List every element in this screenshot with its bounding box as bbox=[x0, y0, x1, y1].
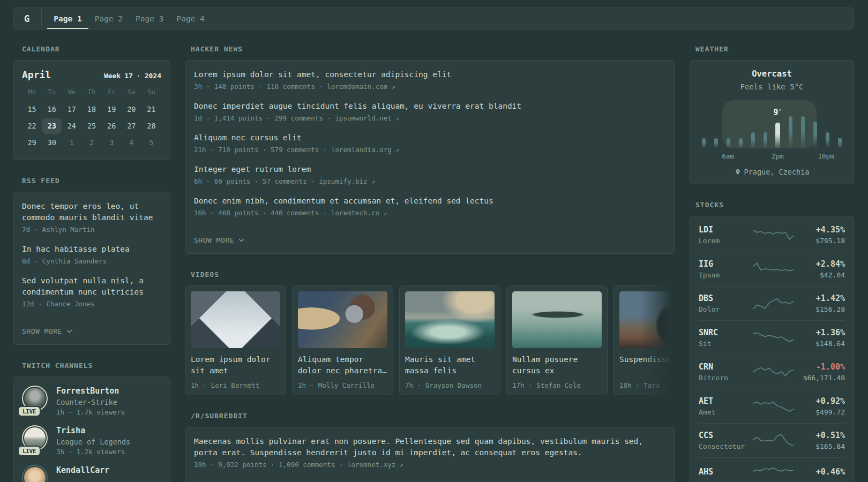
reddit-post-title[interactable]: Maecenas mollis pulvinar erat non posuer… bbox=[194, 436, 666, 458]
calendar-year: 2024 bbox=[145, 72, 161, 80]
video-card[interactable]: Aliquam tempor dolor nec pharetra… 1h · … bbox=[292, 285, 393, 395]
calendar-day-next-month: 1 bbox=[62, 134, 81, 151]
stock-row[interactable]: CRN Bitcorn -1.00% $66,171.48 bbox=[699, 355, 845, 389]
hn-item-title[interactable]: Lorem ipsum dolor sit amet, consectetur … bbox=[194, 69, 666, 80]
video-card[interactable]: Nullam posuere cursus ex 17h · Stefan Co… bbox=[506, 285, 608, 395]
video-title[interactable]: Mauris sit amet massa felis bbox=[405, 354, 495, 376]
chevron-down-icon bbox=[238, 238, 245, 243]
hn-domain-link[interactable]: ipsumify.biz ↗ bbox=[319, 177, 375, 185]
stock-sparkline bbox=[753, 398, 794, 415]
hn-item-title[interactable]: Integer eget rutrum lorem bbox=[194, 164, 666, 175]
video-card[interactable]: Mauris sit amet massa felis 7h · Grayson… bbox=[399, 285, 500, 395]
video-thumbnail bbox=[619, 291, 675, 348]
tab-page-3[interactable]: Page 3 bbox=[129, 8, 170, 29]
hn-item-title[interactable]: Donec enim nibh, condimentum et accumsan… bbox=[194, 195, 666, 207]
external-link-icon: ↗ bbox=[395, 115, 399, 122]
stock-name: Dolor bbox=[699, 305, 753, 313]
stocks-card: LDI Lorem +4.35% $795.18 IIG Ipsum bbox=[690, 216, 854, 482]
twitch-channel-name[interactable]: ForrestBurton bbox=[56, 386, 125, 396]
hn-item: Aliquam nec cursus elit 21h · 710 points… bbox=[194, 132, 666, 154]
twitch-viewers: 3h · 1.2k viewers bbox=[56, 448, 130, 456]
weather-bar bbox=[826, 132, 829, 148]
stock-name: Sit bbox=[699, 340, 753, 348]
stock-row[interactable]: DBS Dolor +1.42% $156.28 bbox=[699, 286, 845, 320]
video-thumbnail bbox=[512, 291, 602, 348]
twitch-channel-row[interactable]: LIVE Trisha League of Legends 3h · 1.2k … bbox=[22, 425, 161, 456]
stock-ticker: AET bbox=[699, 396, 753, 406]
stock-row[interactable]: AHS +0.46% bbox=[699, 457, 845, 482]
hn-item: Lorem ipsum dolor sit amet, consectetur … bbox=[194, 69, 666, 91]
weather-bar bbox=[727, 138, 730, 148]
stock-id: SNRC Sit bbox=[699, 328, 753, 348]
calendar-card: April Week 17 · 2024 Mo Tu We Th Fr bbox=[13, 60, 170, 160]
hour-axis-labels: 6am 2pm 10pm bbox=[699, 152, 845, 161]
temperature-bar-chart: 9° bbox=[699, 100, 845, 148]
hn-domain-link[interactable]: ipsumworld.net ↗ bbox=[335, 114, 399, 122]
video-title[interactable]: Lorem ipsum dolor sit amet consectetu… bbox=[191, 354, 280, 376]
stock-row[interactable]: SNRC Sit +1.36% $148.64 bbox=[699, 320, 845, 355]
external-link-icon: ↗ bbox=[392, 84, 395, 91]
weather-bar bbox=[801, 116, 805, 148]
twitch-channel-name[interactable]: KendallCarr bbox=[56, 465, 109, 476]
stock-price: $499.72 bbox=[794, 408, 845, 416]
tab-page-2[interactable]: Page 2 bbox=[88, 8, 129, 29]
hn-item-meta: 3h · 148 points · 116 comments · loremdo… bbox=[194, 82, 666, 91]
tab-page-1[interactable]: Page 1 bbox=[47, 8, 88, 29]
hn-domain-link[interactable]: loremtech.co ↗ bbox=[331, 209, 387, 217]
stock-row[interactable]: IIG Ipsum +2.84% $42.04 bbox=[699, 252, 845, 286]
calendar-day: 18 bbox=[81, 101, 101, 118]
videos-track: Lorem ipsum dolor sit amet consectetu… 1… bbox=[185, 285, 675, 395]
hn-item-meta: 6h · 60 points · 57 comments · ipsumify.… bbox=[194, 177, 666, 185]
weather-header: WEATHER bbox=[690, 45, 854, 53]
hn-domain-link[interactable]: loremlandia.org ↗ bbox=[331, 146, 399, 154]
video-title[interactable]: Suspendisse diam bbox=[619, 354, 675, 376]
stock-row[interactable]: CCS Consectetur +0.51% $165.84 bbox=[699, 423, 845, 457]
twitch-channel-row[interactable]: LIVE ForrestBurton Counter-Strike 1h · 1… bbox=[22, 386, 161, 416]
stock-ticker: DBS bbox=[699, 293, 753, 304]
calendar-day: 15 bbox=[22, 101, 42, 118]
show-more-label: SHOW MORE bbox=[22, 327, 62, 335]
location-pin-icon bbox=[735, 168, 741, 176]
stock-price: $165.84 bbox=[794, 442, 845, 450]
rss-item-title[interactable]: In hac habitasse platea bbox=[22, 244, 161, 255]
video-title[interactable]: Aliquam tempor dolor nec pharetra… bbox=[298, 354, 387, 376]
video-thumbnail bbox=[405, 291, 495, 348]
rss-show-more-button[interactable]: SHOW MORE bbox=[22, 327, 73, 335]
avatar bbox=[24, 427, 46, 449]
hn-item-title[interactable]: Donec imperdiet augue tincidunt felis al… bbox=[194, 101, 666, 112]
video-title[interactable]: Nullam posuere cursus ex bbox=[512, 354, 602, 376]
hn-domain-link[interactable]: loremdomain.com ↗ bbox=[327, 82, 395, 91]
subreddit-card: Maecenas mollis pulvinar erat non posuer… bbox=[185, 427, 675, 482]
calendar-day: 17 bbox=[62, 101, 81, 118]
hn-item-title[interactable]: Aliquam nec cursus elit bbox=[194, 132, 666, 144]
day-name: Th bbox=[81, 88, 101, 101]
weather-condition: Overcast bbox=[699, 69, 845, 79]
twitch-channel-name[interactable]: Trisha bbox=[56, 425, 130, 436]
top-nav: G Page 1 Page 2 Page 3 Page 4 bbox=[13, 7, 854, 29]
stock-row[interactable]: AET Amet +0.92% $499.72 bbox=[699, 389, 845, 423]
stock-ticker: IIG bbox=[699, 259, 753, 269]
twitch-channel-row[interactable]: KendallCarr bbox=[22, 465, 161, 482]
hour-label: 6am bbox=[722, 152, 734, 160]
calendar-day: 28 bbox=[141, 118, 161, 134]
weather-bar bbox=[764, 132, 767, 148]
stock-values: +0.51% $165.84 bbox=[794, 431, 845, 450]
calendar-day-names: Mo Tu We Th Fr Sa Su bbox=[22, 88, 161, 101]
rss-item-title[interactable]: Sed volutpat nulla nisl, a condimentum n… bbox=[22, 275, 161, 298]
video-card[interactable]: Suspendisse diam 18h · Tara bbox=[613, 285, 675, 395]
video-meta: 18h · Tara bbox=[619, 381, 675, 389]
rss-item-title[interactable]: Donec tempor eros leo, ut commodo mauris… bbox=[22, 201, 161, 223]
external-link-icon: ↗ bbox=[371, 178, 375, 185]
day-name: Fr bbox=[102, 88, 122, 101]
app-logo[interactable]: G bbox=[24, 8, 41, 29]
weather-card: Overcast Feels like 5°C 9° 6am 2pm 10pm … bbox=[690, 60, 854, 184]
hour-label: 2pm bbox=[772, 152, 784, 160]
stock-row[interactable]: LDI Lorem +4.35% $795.18 bbox=[699, 218, 845, 252]
calendar-day: 22 bbox=[22, 118, 42, 134]
tab-page-4[interactable]: Page 4 bbox=[170, 8, 211, 29]
day-name: Tu bbox=[42, 88, 62, 101]
week-number: 17 bbox=[124, 72, 133, 80]
video-card[interactable]: Lorem ipsum dolor sit amet consectetu… 1… bbox=[185, 285, 286, 395]
hn-show-more-button[interactable]: SHOW MORE bbox=[194, 236, 245, 244]
reddit-domain-link[interactable]: loremnet.xyz ↗ bbox=[347, 461, 403, 469]
